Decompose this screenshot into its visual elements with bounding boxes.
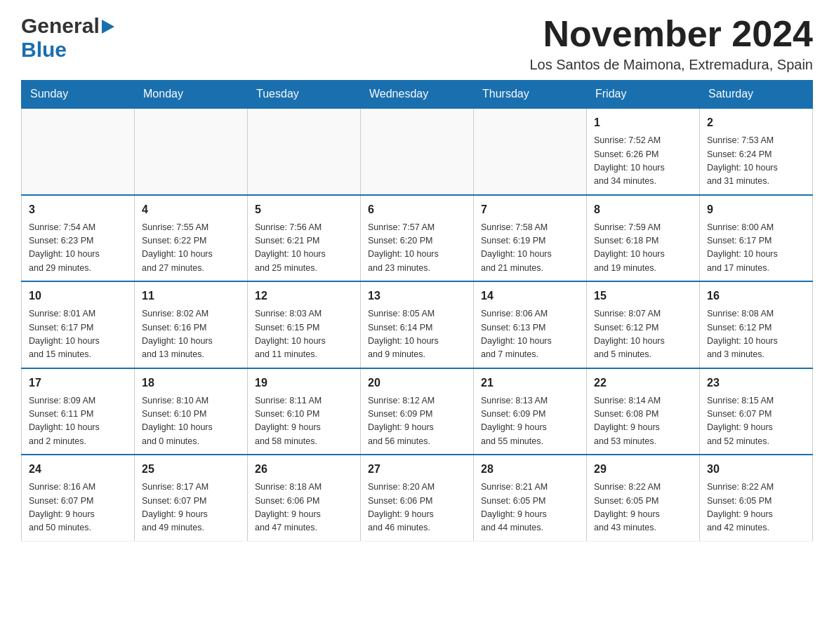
week-row-5: 24Sunrise: 8:16 AMSunset: 6:07 PMDayligh… (22, 455, 813, 541)
calendar-cell: 17Sunrise: 8:09 AMSunset: 6:11 PMDayligh… (22, 368, 135, 455)
calendar-cell: 29Sunrise: 8:22 AMSunset: 6:05 PMDayligh… (587, 455, 700, 541)
calendar-cell: 20Sunrise: 8:12 AMSunset: 6:09 PMDayligh… (361, 368, 474, 455)
calendar-cell: 15Sunrise: 8:07 AMSunset: 6:12 PMDayligh… (587, 281, 700, 368)
day-info: Sunrise: 8:10 AMSunset: 6:10 PMDaylight:… (142, 394, 240, 449)
calendar-cell: 22Sunrise: 8:14 AMSunset: 6:08 PMDayligh… (587, 368, 700, 455)
day-number: 29 (594, 461, 692, 478)
day-number: 2 (707, 114, 805, 131)
day-info: Sunrise: 8:06 AMSunset: 6:13 PMDaylight:… (481, 307, 579, 362)
weekday-header-monday: Monday (135, 81, 248, 109)
day-info: Sunrise: 8:08 AMSunset: 6:12 PMDaylight:… (707, 307, 805, 362)
svg-marker-0 (102, 20, 114, 34)
location-title: Los Santos de Maimona, Extremadura, Spai… (529, 57, 813, 73)
week-row-3: 10Sunrise: 8:01 AMSunset: 6:17 PMDayligh… (22, 281, 813, 368)
day-number: 25 (142, 461, 240, 478)
calendar-cell: 6Sunrise: 7:57 AMSunset: 6:20 PMDaylight… (361, 195, 474, 282)
day-info: Sunrise: 8:11 AMSunset: 6:10 PMDaylight:… (255, 394, 353, 449)
day-number: 9 (707, 201, 805, 218)
day-info: Sunrise: 7:56 AMSunset: 6:21 PMDaylight:… (255, 221, 353, 276)
weekday-header-saturday: Saturday (700, 81, 813, 109)
day-info: Sunrise: 7:59 AMSunset: 6:18 PMDaylight:… (594, 221, 692, 276)
day-number: 10 (29, 288, 127, 304)
week-row-2: 3Sunrise: 7:54 AMSunset: 6:23 PMDaylight… (22, 195, 813, 282)
weekday-header-wednesday: Wednesday (361, 81, 474, 109)
calendar-cell: 2Sunrise: 7:53 AMSunset: 6:24 PMDaylight… (700, 108, 813, 195)
day-info: Sunrise: 8:05 AMSunset: 6:14 PMDaylight:… (368, 307, 466, 362)
calendar-cell (248, 108, 361, 195)
day-number: 20 (368, 375, 466, 391)
logo-arrow-icon (102, 20, 114, 36)
day-info: Sunrise: 8:17 AMSunset: 6:07 PMDaylight:… (142, 481, 240, 535)
calendar-cell (135, 108, 248, 195)
day-info: Sunrise: 8:12 AMSunset: 6:09 PMDaylight:… (368, 394, 466, 449)
day-info: Sunrise: 8:09 AMSunset: 6:11 PMDaylight:… (29, 394, 127, 449)
day-number: 4 (142, 201, 240, 218)
weekday-header-row: SundayMondayTuesdayWednesdayThursdayFrid… (22, 81, 813, 109)
day-info: Sunrise: 7:53 AMSunset: 6:24 PMDaylight:… (707, 134, 805, 189)
calendar-cell: 7Sunrise: 7:58 AMSunset: 6:19 PMDaylight… (474, 195, 587, 282)
day-number: 24 (29, 461, 127, 478)
day-number: 27 (368, 461, 466, 478)
calendar-cell: 27Sunrise: 8:20 AMSunset: 6:06 PMDayligh… (361, 455, 474, 541)
day-info: Sunrise: 8:02 AMSunset: 6:16 PMDaylight:… (142, 307, 240, 362)
page-header: General Blue November 2024 Los Santos de… (21, 14, 813, 73)
day-number: 1 (594, 114, 692, 131)
day-info: Sunrise: 7:54 AMSunset: 6:23 PMDaylight:… (29, 221, 127, 276)
calendar-cell: 23Sunrise: 8:15 AMSunset: 6:07 PMDayligh… (700, 368, 813, 455)
day-number: 19 (255, 375, 353, 391)
day-number: 5 (255, 201, 353, 218)
day-info: Sunrise: 8:22 AMSunset: 6:05 PMDaylight:… (594, 481, 692, 535)
day-info: Sunrise: 8:07 AMSunset: 6:12 PMDaylight:… (594, 307, 692, 362)
calendar-cell: 4Sunrise: 7:55 AMSunset: 6:22 PMDaylight… (135, 195, 248, 282)
calendar-table: SundayMondayTuesdayWednesdayThursdayFrid… (21, 80, 813, 542)
calendar-cell: 14Sunrise: 8:06 AMSunset: 6:13 PMDayligh… (474, 281, 587, 368)
logo: General Blue (21, 14, 114, 62)
logo-blue-text: Blue (21, 38, 67, 61)
weekday-header-friday: Friday (587, 81, 700, 109)
day-number: 17 (29, 375, 127, 391)
calendar-cell: 28Sunrise: 8:21 AMSunset: 6:05 PMDayligh… (474, 455, 587, 541)
calendar-cell (361, 108, 474, 195)
day-info: Sunrise: 8:16 AMSunset: 6:07 PMDaylight:… (29, 481, 127, 535)
day-number: 6 (368, 201, 466, 218)
logo-general-text: General (21, 14, 100, 38)
day-number: 30 (707, 461, 805, 478)
day-info: Sunrise: 7:55 AMSunset: 6:22 PMDaylight:… (142, 221, 240, 276)
calendar-cell: 10Sunrise: 8:01 AMSunset: 6:17 PMDayligh… (22, 281, 135, 368)
day-number: 16 (707, 288, 805, 304)
day-info: Sunrise: 8:20 AMSunset: 6:06 PMDaylight:… (368, 481, 466, 535)
calendar-cell: 18Sunrise: 8:10 AMSunset: 6:10 PMDayligh… (135, 368, 248, 455)
day-number: 13 (368, 288, 466, 304)
day-info: Sunrise: 7:52 AMSunset: 6:26 PMDaylight:… (594, 134, 692, 189)
calendar-cell: 30Sunrise: 8:22 AMSunset: 6:05 PMDayligh… (700, 455, 813, 541)
weekday-header-thursday: Thursday (474, 81, 587, 109)
calendar-cell: 26Sunrise: 8:18 AMSunset: 6:06 PMDayligh… (248, 455, 361, 541)
calendar-cell: 12Sunrise: 8:03 AMSunset: 6:15 PMDayligh… (248, 281, 361, 368)
week-row-4: 17Sunrise: 8:09 AMSunset: 6:11 PMDayligh… (22, 368, 813, 455)
day-info: Sunrise: 7:57 AMSunset: 6:20 PMDaylight:… (368, 221, 466, 276)
weekday-header-sunday: Sunday (22, 81, 135, 109)
weekday-header-tuesday: Tuesday (248, 81, 361, 109)
day-info: Sunrise: 8:21 AMSunset: 6:05 PMDaylight:… (481, 481, 579, 535)
calendar-cell: 24Sunrise: 8:16 AMSunset: 6:07 PMDayligh… (22, 455, 135, 541)
calendar-cell: 9Sunrise: 8:00 AMSunset: 6:17 PMDaylight… (700, 195, 813, 282)
calendar-cell: 5Sunrise: 7:56 AMSunset: 6:21 PMDaylight… (248, 195, 361, 282)
day-number: 8 (594, 201, 692, 218)
day-info: Sunrise: 8:22 AMSunset: 6:05 PMDaylight:… (707, 481, 805, 535)
calendar-cell: 21Sunrise: 8:13 AMSunset: 6:09 PMDayligh… (474, 368, 587, 455)
calendar-cell: 19Sunrise: 8:11 AMSunset: 6:10 PMDayligh… (248, 368, 361, 455)
day-number: 7 (481, 201, 579, 218)
day-info: Sunrise: 8:15 AMSunset: 6:07 PMDaylight:… (707, 394, 805, 449)
day-number: 18 (142, 375, 240, 391)
week-row-1: 1Sunrise: 7:52 AMSunset: 6:26 PMDaylight… (22, 108, 813, 195)
day-number: 3 (29, 201, 127, 218)
day-info: Sunrise: 8:14 AMSunset: 6:08 PMDaylight:… (594, 394, 692, 449)
calendar-cell: 8Sunrise: 7:59 AMSunset: 6:18 PMDaylight… (587, 195, 700, 282)
day-info: Sunrise: 8:18 AMSunset: 6:06 PMDaylight:… (255, 481, 353, 535)
day-info: Sunrise: 8:01 AMSunset: 6:17 PMDaylight:… (29, 307, 127, 362)
day-number: 26 (255, 461, 353, 478)
month-title: November 2024 (529, 14, 813, 54)
calendar-cell: 16Sunrise: 8:08 AMSunset: 6:12 PMDayligh… (700, 281, 813, 368)
day-info: Sunrise: 7:58 AMSunset: 6:19 PMDaylight:… (481, 221, 579, 276)
day-info: Sunrise: 8:00 AMSunset: 6:17 PMDaylight:… (707, 221, 805, 276)
